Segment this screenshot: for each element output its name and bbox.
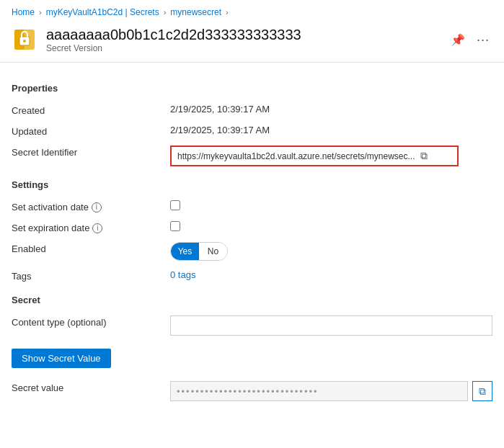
settings-section-heading: Settings (12, 179, 492, 190)
tags-row: Tags 0 tags (12, 265, 492, 286)
activation-label: Set activation date i (12, 200, 170, 212)
page-header: aaaaaaaa0b0b1c1c2d2d333333333333 Secret … (0, 22, 504, 56)
secret-value-input[interactable] (170, 381, 468, 401)
content-type-label: Content type (optional) (12, 315, 170, 328)
secret-value-row: Secret value ⧉ (12, 377, 492, 406)
copy-blue-icon: ⧉ (479, 385, 486, 398)
secret-value-input-container: ⧉ (170, 381, 492, 401)
secret-id-text: https://mykeyvaulta1bc2d.vault.azure.net… (177, 151, 415, 161)
more-icon: ··· (477, 32, 490, 48)
content-type-input[interactable] (170, 315, 492, 336)
toggle-yes[interactable]: Yes (171, 243, 199, 260)
breadcrumb-sep-3: › (226, 8, 229, 17)
activation-info-icon: i (92, 202, 102, 212)
breadcrumb-home[interactable]: Home (12, 7, 35, 17)
expiration-checkbox[interactable] (170, 221, 180, 231)
updated-value: 2/19/2025, 10:39:17 AM (170, 125, 492, 135)
show-secret-container: Show Secret Value (12, 340, 492, 377)
secret-id-row: Secret Identifier https://mykeyvaulta1bc… (12, 141, 492, 171)
page-title: aaaaaaaa0b0b1c1c2d2d333333333333 (46, 26, 439, 43)
pin-button[interactable]: 📌 (448, 30, 468, 50)
breadcrumb-sep-1: › (39, 8, 42, 17)
properties-section-heading: Properties (12, 83, 492, 94)
expiration-checkbox-container (170, 221, 492, 233)
svg-point-3 (23, 40, 26, 42)
header-title-block: aaaaaaaa0b0b1c1c2d2d333333333333 Secret … (46, 26, 439, 53)
secret-value-label: Secret value (12, 381, 170, 393)
header-actions: 📌 ··· (448, 30, 492, 50)
copy-secret-value-button[interactable]: ⧉ (472, 381, 492, 401)
enabled-label: Enabled (12, 242, 170, 254)
header-divider (0, 62, 504, 63)
toggle-no[interactable]: No (199, 243, 227, 260)
show-secret-button[interactable]: Show Secret Value (12, 349, 111, 368)
page-subtitle: Secret Version (46, 43, 439, 53)
copy-icon: ⧉ (420, 150, 428, 162)
activation-checkbox[interactable] (170, 200, 180, 210)
content-type-input-container (170, 315, 492, 336)
created-value: 2/19/2025, 10:39:17 AM (170, 104, 492, 115)
activation-checkbox-container (170, 200, 492, 212)
tags-link[interactable]: 0 tags (170, 269, 195, 280)
secret-value-input-row: ⧉ (170, 381, 492, 401)
enabled-row: Enabled Yes No (12, 238, 492, 265)
secret-id-label: Secret Identifier (12, 145, 170, 158)
pin-icon: 📌 (451, 33, 465, 47)
updated-label: Updated (12, 125, 170, 137)
breadcrumb: Home › myKeyVaultA1bC2d | Secrets › myne… (0, 0, 504, 22)
main-content: Properties Created 2/19/2025, 10:39:17 A… (0, 68, 504, 417)
content-type-row: Content type (optional) (12, 311, 492, 340)
breadcrumb-sep-2: › (164, 8, 167, 17)
expiration-info-icon: i (92, 223, 102, 233)
created-label: Created (12, 104, 170, 116)
expiration-label: Set expiration date i (12, 221, 170, 233)
breadcrumb-keyvault[interactable]: myKeyVaultA1bC2d | Secrets (46, 7, 159, 17)
enabled-toggle-container: Yes No (170, 242, 492, 261)
copy-secret-id-button[interactable]: ⧉ (419, 150, 429, 162)
keyvault-icon (12, 27, 37, 53)
updated-row: Updated 2/19/2025, 10:39:17 AM (12, 120, 492, 141)
tags-label: Tags (12, 269, 170, 282)
secret-id-value-container: https://mykeyvaulta1bc2d.vault.azure.net… (170, 145, 492, 166)
secret-section-heading: Secret (12, 295, 492, 305)
activation-row: Set activation date i (12, 196, 492, 217)
secret-id-box: https://mykeyvaulta1bc2d.vault.azure.net… (170, 145, 459, 166)
enabled-toggle[interactable]: Yes No (170, 242, 228, 261)
expiration-row: Set expiration date i (12, 217, 492, 238)
breadcrumb-secret[interactable]: mynewsecret (170, 7, 221, 17)
created-row: Created 2/19/2025, 10:39:17 AM (12, 99, 492, 120)
tags-value-container: 0 tags (170, 269, 492, 280)
more-button[interactable]: ··· (474, 30, 492, 50)
